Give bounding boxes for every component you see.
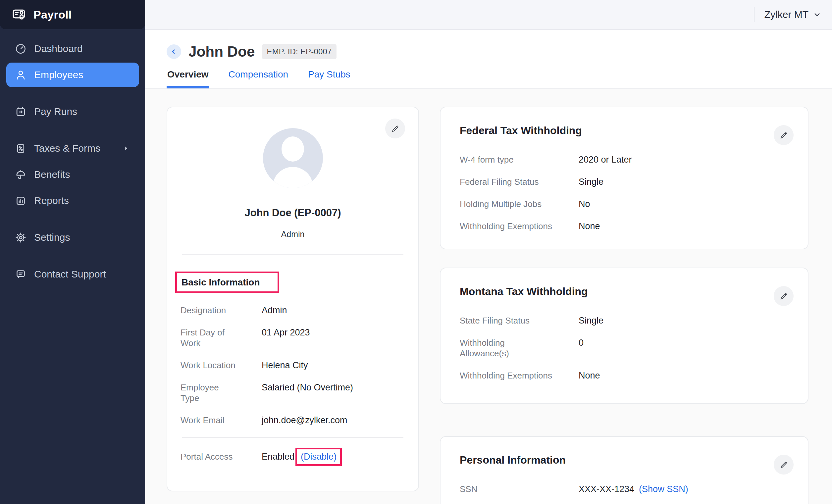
edit-profile-button[interactable]: [385, 118, 405, 138]
right-column: Federal Tax Withholding W-4 form type 20…: [440, 107, 808, 504]
sidebar: Payroll Dashboard Employees Pay Runs: [0, 0, 145, 504]
main-area: Zylker MT John Doe EMP. ID: EP-0007 Over…: [145, 0, 832, 504]
sidebar-item-benefits[interactable]: Benefits: [6, 162, 139, 187]
chevron-left-icon: [170, 48, 178, 56]
sidebar-nav: Dashboard Employees Pay Runs Taxes & For…: [0, 29, 145, 288]
pay-runs-icon: [15, 106, 26, 117]
basic-information-title: Basic Information: [182, 277, 260, 288]
employee-id-badge: EMP. ID: EP-0007: [262, 44, 336, 59]
taxes-forms-icon: [15, 143, 26, 154]
tab-pay-stubs[interactable]: Pay Stubs: [307, 65, 351, 88]
field-first-day-of-work: First Day of Work 01 Apr 2023: [181, 327, 418, 348]
content: John Doe (EP-0007) Admin Basic Informati…: [145, 89, 832, 504]
page-header: John Doe EMP. ID: EP-0007 Overview Compe…: [145, 30, 832, 89]
settings-icon: [15, 232, 26, 243]
personal-information-card: Personal Information SSN XXX-XX-1234 (Sh…: [440, 436, 808, 504]
reports-icon: [15, 195, 26, 207]
basic-information-fields: Designation Admin First Day of Work 01 A…: [167, 293, 418, 426]
field-work-email: Work Email john.doe@zylker.com: [181, 415, 418, 426]
sidebar-item-settings[interactable]: Settings: [6, 225, 139, 250]
app-title: Payroll: [33, 8, 72, 21]
portal-access-status: Enabled: [262, 452, 294, 462]
ssn-value: XXX-XX-1234: [579, 484, 634, 495]
disable-annotation-box: (Disable): [295, 448, 342, 466]
montana-tax-withholding-card: Montana Tax Withholding State Filing Sta…: [440, 268, 808, 404]
federal-tax-title: Federal Tax Withholding: [460, 125, 789, 137]
show-ssn-link[interactable]: (Show SSN): [639, 484, 688, 495]
sidebar-item-employees[interactable]: Employees: [6, 62, 139, 87]
field-work-location: Work Location Helena City: [181, 360, 418, 371]
field-employee-type: Employee Type Salaried (No Overtime): [181, 382, 418, 403]
field-designation: Designation Admin: [181, 305, 418, 316]
field-federal-filing-status: Federal Filing Status Single: [460, 177, 789, 187]
sidebar-item-pay-runs[interactable]: Pay Runs: [6, 99, 139, 124]
payroll-logo-icon: [11, 7, 26, 22]
employee-name: John Doe (EP-0007): [167, 207, 418, 219]
employee-profile-card: John Doe (EP-0007) Admin Basic Informati…: [166, 107, 419, 492]
divider: [182, 254, 404, 255]
back-button[interactable]: [166, 44, 181, 59]
disable-portal-link[interactable]: (Disable): [301, 452, 337, 461]
tab-overview[interactable]: Overview: [166, 65, 209, 88]
employees-icon: [15, 69, 26, 81]
edit-personal-information-button[interactable]: [774, 455, 794, 475]
org-name: Zylker MT: [764, 9, 808, 20]
personal-information-title: Personal Information: [460, 454, 789, 466]
sidebar-item-taxes-forms[interactable]: Taxes & Forms: [6, 136, 139, 161]
pencil-icon: [779, 131, 788, 140]
contact-support-icon: [15, 269, 26, 280]
field-w4-form-type: W-4 form type 2020 or Later: [460, 154, 789, 165]
field-withholding-allowances: Withholding Allowance(s) 0: [460, 338, 789, 359]
avatar: [263, 128, 323, 188]
sidebar-item-reports[interactable]: Reports: [6, 188, 139, 213]
topbar-divider: [754, 7, 754, 22]
portal-access-label: Portal Access: [181, 452, 238, 462]
edit-federal-tax-button[interactable]: [774, 125, 794, 145]
field-state-filing-status: State Filing Status Single: [460, 315, 789, 326]
federal-tax-withholding-card: Federal Tax Withholding W-4 form type 20…: [440, 107, 808, 249]
basic-information-annotation-box: Basic Information: [175, 271, 279, 293]
field-federal-withholding-exemptions: Withholding Exemptions None: [460, 221, 789, 232]
tab-compensation[interactable]: Compensation: [228, 65, 289, 88]
employee-role: Admin: [167, 230, 418, 239]
chevron-right-icon: [123, 145, 130, 152]
chevron-down-icon: [812, 10, 822, 19]
sidebar-item-dashboard[interactable]: Dashboard: [6, 36, 139, 61]
field-ssn: SSN XXX-XX-1234 (Show SSN): [460, 484, 789, 495]
app-logo-bar: Payroll: [0, 0, 145, 29]
edit-montana-tax-button[interactable]: [774, 286, 794, 306]
pencil-icon: [391, 124, 400, 133]
pencil-icon: [779, 460, 788, 469]
benefits-icon: [15, 169, 26, 181]
sidebar-item-contact-support[interactable]: Contact Support: [6, 262, 139, 287]
topbar: Zylker MT: [145, 0, 832, 30]
tab-bar: Overview Compensation Pay Stubs: [166, 65, 832, 88]
pencil-icon: [779, 292, 788, 301]
org-switcher[interactable]: Zylker MT: [764, 9, 822, 20]
portal-access-row: Portal Access Enabled (Disable): [181, 448, 418, 466]
montana-tax-title: Montana Tax Withholding: [460, 286, 789, 298]
divider: [182, 437, 404, 438]
field-state-withholding-exemptions: Withholding Exemptions None: [460, 370, 789, 381]
dashboard-icon: [15, 43, 26, 55]
page-title: John Doe: [188, 44, 255, 60]
field-holding-multiple-jobs: Holding Multiple Jobs No: [460, 199, 789, 209]
